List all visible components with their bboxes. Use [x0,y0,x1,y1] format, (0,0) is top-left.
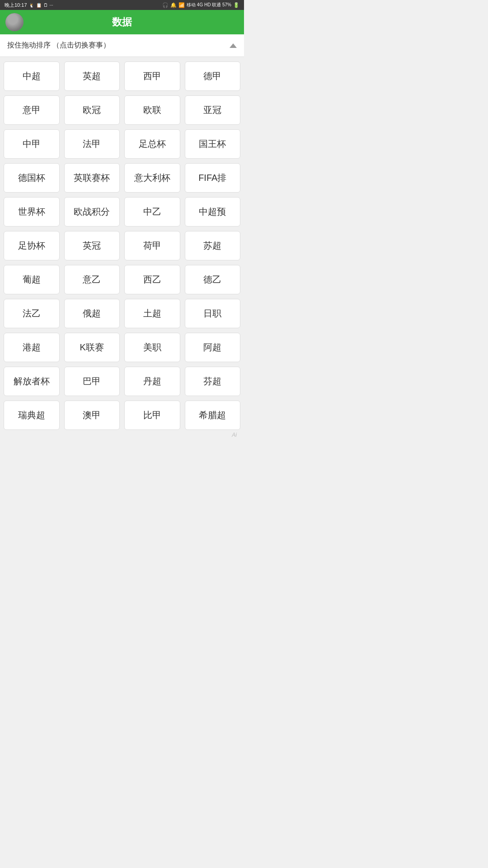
app-icon-3: 🗒 [43,3,48,8]
league-item[interactable]: 希腊超 [185,401,241,430]
league-item[interactable]: 欧冠 [64,95,120,125]
league-item[interactable]: 法甲 [64,129,120,159]
sort-bar-label: 按住拖动排序 （点击切换赛事） [7,41,110,50]
page-title: 数据 [112,15,132,29]
league-item[interactable]: 中甲 [4,129,60,159]
league-item[interactable]: 意乙 [64,265,120,294]
wifi-icon: 📶 [178,2,185,8]
watermark: Ai [4,430,240,440]
league-item[interactable]: 中乙 [124,197,180,226]
league-item[interactable]: 俄超 [64,299,120,328]
league-item[interactable]: 意大利杯 [124,163,180,193]
headphone-icon: 🎧 [162,2,169,8]
avatar-image [5,13,23,31]
league-item[interactable]: 足协杯 [4,231,60,260]
league-item[interactable]: 英联赛杯 [64,163,120,193]
collapse-icon[interactable] [230,43,237,48]
league-item[interactable]: 澳甲 [64,401,120,430]
league-item[interactable]: 足总杯 [124,129,180,159]
app-header: 数据 [0,10,244,34]
league-item[interactable]: 英超 [64,61,120,91]
league-item[interactable]: 瑞典超 [4,401,60,430]
ellipsis-icon: ··· [50,3,53,8]
league-item[interactable]: 土超 [124,299,180,328]
league-item[interactable]: 苏超 [185,231,241,260]
league-item[interactable]: 日职 [185,299,241,328]
league-item[interactable]: 德甲 [185,61,241,91]
league-item[interactable]: 欧战积分 [64,197,120,226]
league-item[interactable]: 德国杯 [4,163,60,193]
league-item[interactable]: 中超 [4,61,60,91]
status-bar: 晚上10:17 🐧 📋 🗒 ··· 🎧 🔔 📶 移动 4G HD 联通 57% … [0,0,244,10]
league-item[interactable]: 英冠 [64,231,120,260]
league-item[interactable]: 意甲 [4,95,60,125]
grid-container: 中超英超西甲德甲意甲欧冠欧联亚冠中甲法甲足总杯国王杯德国杯英联赛杯意大利杯FIF… [0,57,244,444]
league-item[interactable]: 芬超 [185,367,241,396]
league-item[interactable]: 亚冠 [185,95,241,125]
status-time: 晚上10:17 🐧 📋 🗒 ··· [5,2,53,9]
league-item[interactable]: 德乙 [185,265,241,294]
league-item[interactable]: 中超预 [185,197,241,226]
league-item[interactable]: 世界杯 [4,197,60,226]
battery-icon: 🔋 [233,2,239,8]
league-item[interactable]: 法乙 [4,299,60,328]
league-item[interactable]: FIFA排 [185,163,241,193]
league-item[interactable]: 丹超 [124,367,180,396]
league-item[interactable]: 美职 [124,333,180,362]
league-item[interactable]: 西乙 [124,265,180,294]
league-item[interactable]: 西甲 [124,61,180,91]
notification-icon: 🐧 [29,3,34,8]
sort-bar[interactable]: 按住拖动排序 （点击切换赛事） [0,34,244,57]
status-right: 🎧 🔔 📶 移动 4G HD 联通 57% 🔋 [162,2,239,8]
avatar[interactable] [5,13,23,31]
league-item[interactable]: 国王杯 [185,129,241,159]
league-grid: 中超英超西甲德甲意甲欧冠欧联亚冠中甲法甲足总杯国王杯德国杯英联赛杯意大利杯FIF… [4,61,240,430]
league-item[interactable]: 巴甲 [64,367,120,396]
league-item[interactable]: 比甲 [124,401,180,430]
league-item[interactable]: K联赛 [64,333,120,362]
alarm-icon: 🔔 [170,2,177,8]
league-item[interactable]: 港超 [4,333,60,362]
league-item[interactable]: 欧联 [124,95,180,125]
app-icon-2: 📋 [36,3,42,8]
league-item[interactable]: 阿超 [185,333,241,362]
league-item[interactable]: 葡超 [4,265,60,294]
league-item[interactable]: 荷甲 [124,231,180,260]
league-item[interactable]: 解放者杯 [4,367,60,396]
